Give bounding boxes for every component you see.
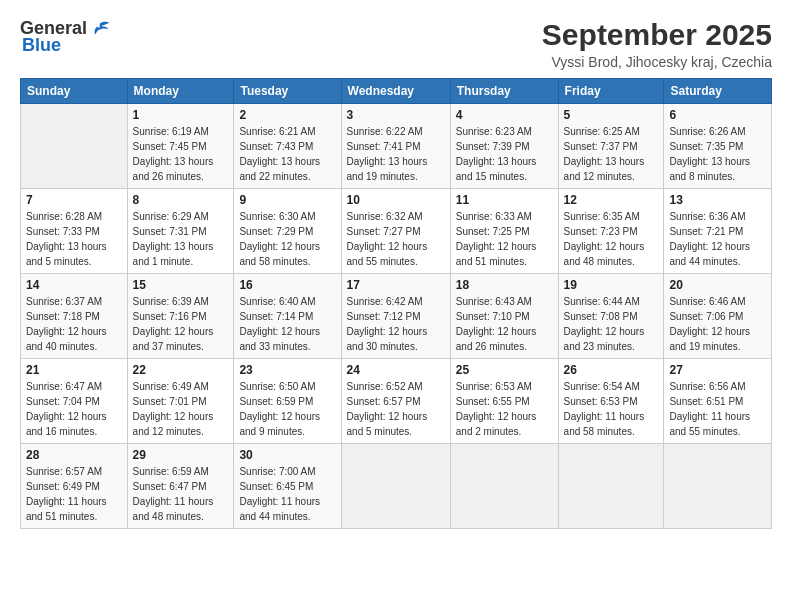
day-number: 8 — [133, 193, 229, 207]
day-info: Sunrise: 6:35 AMSunset: 7:23 PMDaylight:… — [564, 209, 659, 269]
calendar-cell: 20Sunrise: 6:46 AMSunset: 7:06 PMDayligh… — [664, 274, 772, 359]
calendar-cell: 14Sunrise: 6:37 AMSunset: 7:18 PMDayligh… — [21, 274, 128, 359]
day-number: 9 — [239, 193, 335, 207]
day-number: 19 — [564, 278, 659, 292]
day-info: Sunrise: 6:43 AMSunset: 7:10 PMDaylight:… — [456, 294, 553, 354]
day-number: 3 — [347, 108, 445, 122]
day-info: Sunrise: 7:00 AMSunset: 6:45 PMDaylight:… — [239, 464, 335, 524]
day-info: Sunrise: 6:25 AMSunset: 7:37 PMDaylight:… — [564, 124, 659, 184]
calendar-cell: 16Sunrise: 6:40 AMSunset: 7:14 PMDayligh… — [234, 274, 341, 359]
day-info: Sunrise: 6:52 AMSunset: 6:57 PMDaylight:… — [347, 379, 445, 439]
day-number: 4 — [456, 108, 553, 122]
day-info: Sunrise: 6:42 AMSunset: 7:12 PMDaylight:… — [347, 294, 445, 354]
day-number: 5 — [564, 108, 659, 122]
calendar-cell: 2Sunrise: 6:21 AMSunset: 7:43 PMDaylight… — [234, 104, 341, 189]
calendar-week-row: 28Sunrise: 6:57 AMSunset: 6:49 PMDayligh… — [21, 444, 772, 529]
col-sunday: Sunday — [21, 79, 128, 104]
day-number: 13 — [669, 193, 766, 207]
col-wednesday: Wednesday — [341, 79, 450, 104]
day-number: 25 — [456, 363, 553, 377]
day-number: 24 — [347, 363, 445, 377]
calendar-cell: 19Sunrise: 6:44 AMSunset: 7:08 PMDayligh… — [558, 274, 664, 359]
calendar-cell: 22Sunrise: 6:49 AMSunset: 7:01 PMDayligh… — [127, 359, 234, 444]
calendar-title: September 2025 — [542, 18, 772, 52]
day-info: Sunrise: 6:59 AMSunset: 6:47 PMDaylight:… — [133, 464, 229, 524]
calendar-cell: 1Sunrise: 6:19 AMSunset: 7:45 PMDaylight… — [127, 104, 234, 189]
day-info: Sunrise: 6:44 AMSunset: 7:08 PMDaylight:… — [564, 294, 659, 354]
day-info: Sunrise: 6:50 AMSunset: 6:59 PMDaylight:… — [239, 379, 335, 439]
calendar-cell: 4Sunrise: 6:23 AMSunset: 7:39 PMDaylight… — [450, 104, 558, 189]
calendar-cell: 8Sunrise: 6:29 AMSunset: 7:31 PMDaylight… — [127, 189, 234, 274]
logo-bird-icon — [89, 18, 111, 40]
day-number: 23 — [239, 363, 335, 377]
day-number: 26 — [564, 363, 659, 377]
day-number: 10 — [347, 193, 445, 207]
calendar-cell: 18Sunrise: 6:43 AMSunset: 7:10 PMDayligh… — [450, 274, 558, 359]
calendar-cell: 10Sunrise: 6:32 AMSunset: 7:27 PMDayligh… — [341, 189, 450, 274]
calendar-cell: 13Sunrise: 6:36 AMSunset: 7:21 PMDayligh… — [664, 189, 772, 274]
day-number: 7 — [26, 193, 122, 207]
calendar-cell: 28Sunrise: 6:57 AMSunset: 6:49 PMDayligh… — [21, 444, 128, 529]
calendar-cell: 11Sunrise: 6:33 AMSunset: 7:25 PMDayligh… — [450, 189, 558, 274]
day-info: Sunrise: 6:26 AMSunset: 7:35 PMDaylight:… — [669, 124, 766, 184]
day-info: Sunrise: 6:28 AMSunset: 7:33 PMDaylight:… — [26, 209, 122, 269]
day-number: 15 — [133, 278, 229, 292]
calendar-cell: 26Sunrise: 6:54 AMSunset: 6:53 PMDayligh… — [558, 359, 664, 444]
calendar-cell: 30Sunrise: 7:00 AMSunset: 6:45 PMDayligh… — [234, 444, 341, 529]
day-number: 2 — [239, 108, 335, 122]
day-info: Sunrise: 6:47 AMSunset: 7:04 PMDaylight:… — [26, 379, 122, 439]
calendar-cell: 12Sunrise: 6:35 AMSunset: 7:23 PMDayligh… — [558, 189, 664, 274]
day-info: Sunrise: 6:33 AMSunset: 7:25 PMDaylight:… — [456, 209, 553, 269]
calendar-cell — [558, 444, 664, 529]
day-number: 20 — [669, 278, 766, 292]
day-info: Sunrise: 6:22 AMSunset: 7:41 PMDaylight:… — [347, 124, 445, 184]
day-number: 28 — [26, 448, 122, 462]
day-number: 11 — [456, 193, 553, 207]
day-number: 16 — [239, 278, 335, 292]
calendar-cell: 23Sunrise: 6:50 AMSunset: 6:59 PMDayligh… — [234, 359, 341, 444]
day-info: Sunrise: 6:54 AMSunset: 6:53 PMDaylight:… — [564, 379, 659, 439]
calendar-cell — [450, 444, 558, 529]
calendar-cell: 7Sunrise: 6:28 AMSunset: 7:33 PMDaylight… — [21, 189, 128, 274]
calendar-header-row: Sunday Monday Tuesday Wednesday Thursday… — [21, 79, 772, 104]
calendar-cell: 27Sunrise: 6:56 AMSunset: 6:51 PMDayligh… — [664, 359, 772, 444]
col-saturday: Saturday — [664, 79, 772, 104]
day-number: 22 — [133, 363, 229, 377]
logo: General Blue — [20, 18, 111, 56]
calendar-cell: 29Sunrise: 6:59 AMSunset: 6:47 PMDayligh… — [127, 444, 234, 529]
title-block: September 2025 Vyssi Brod, Jihocesky kra… — [542, 18, 772, 70]
day-number: 17 — [347, 278, 445, 292]
day-info: Sunrise: 6:32 AMSunset: 7:27 PMDaylight:… — [347, 209, 445, 269]
col-thursday: Thursday — [450, 79, 558, 104]
calendar-subtitle: Vyssi Brod, Jihocesky kraj, Czechia — [542, 54, 772, 70]
day-number: 6 — [669, 108, 766, 122]
day-info: Sunrise: 6:19 AMSunset: 7:45 PMDaylight:… — [133, 124, 229, 184]
calendar-cell: 24Sunrise: 6:52 AMSunset: 6:57 PMDayligh… — [341, 359, 450, 444]
calendar-week-row: 1Sunrise: 6:19 AMSunset: 7:45 PMDaylight… — [21, 104, 772, 189]
calendar-cell — [21, 104, 128, 189]
calendar-cell — [341, 444, 450, 529]
day-number: 12 — [564, 193, 659, 207]
day-info: Sunrise: 6:40 AMSunset: 7:14 PMDaylight:… — [239, 294, 335, 354]
calendar-cell: 25Sunrise: 6:53 AMSunset: 6:55 PMDayligh… — [450, 359, 558, 444]
day-info: Sunrise: 6:36 AMSunset: 7:21 PMDaylight:… — [669, 209, 766, 269]
day-number: 1 — [133, 108, 229, 122]
calendar-cell: 17Sunrise: 6:42 AMSunset: 7:12 PMDayligh… — [341, 274, 450, 359]
day-info: Sunrise: 6:49 AMSunset: 7:01 PMDaylight:… — [133, 379, 229, 439]
day-number: 29 — [133, 448, 229, 462]
calendar-cell: 6Sunrise: 6:26 AMSunset: 7:35 PMDaylight… — [664, 104, 772, 189]
day-info: Sunrise: 6:57 AMSunset: 6:49 PMDaylight:… — [26, 464, 122, 524]
day-number: 14 — [26, 278, 122, 292]
calendar-week-row: 7Sunrise: 6:28 AMSunset: 7:33 PMDaylight… — [21, 189, 772, 274]
calendar-cell: 9Sunrise: 6:30 AMSunset: 7:29 PMDaylight… — [234, 189, 341, 274]
calendar-week-row: 14Sunrise: 6:37 AMSunset: 7:18 PMDayligh… — [21, 274, 772, 359]
day-number: 18 — [456, 278, 553, 292]
calendar-week-row: 21Sunrise: 6:47 AMSunset: 7:04 PMDayligh… — [21, 359, 772, 444]
logo-blue-text: Blue — [22, 36, 61, 56]
calendar-cell: 15Sunrise: 6:39 AMSunset: 7:16 PMDayligh… — [127, 274, 234, 359]
calendar-cell: 3Sunrise: 6:22 AMSunset: 7:41 PMDaylight… — [341, 104, 450, 189]
day-number: 27 — [669, 363, 766, 377]
day-info: Sunrise: 6:21 AMSunset: 7:43 PMDaylight:… — [239, 124, 335, 184]
day-info: Sunrise: 6:29 AMSunset: 7:31 PMDaylight:… — [133, 209, 229, 269]
header: General Blue September 2025 Vyssi Brod, … — [20, 18, 772, 70]
